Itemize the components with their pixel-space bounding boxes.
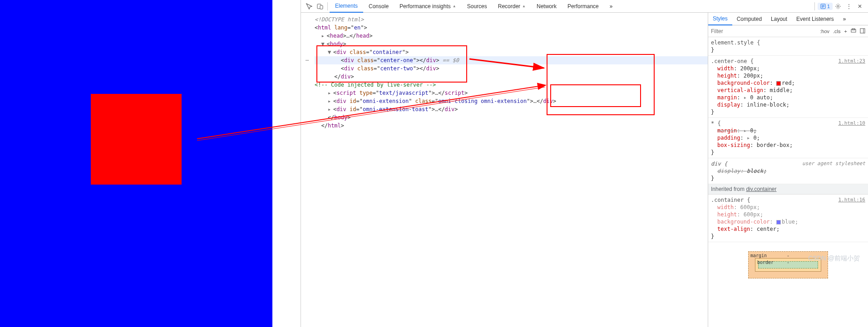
styles-filter-input[interactable] <box>711 28 816 34</box>
red-square <box>91 94 182 185</box>
page-preview <box>0 0 301 327</box>
source-link[interactable]: 1.html:23 <box>838 58 865 65</box>
inherited-header: Inherited from div.container <box>708 184 868 195</box>
tab-performance[interactable]: Performance <box>562 0 604 13</box>
rule-center-one[interactable]: 1.html:23 .center-one { width: 200px; he… <box>708 56 868 118</box>
svg-point-3 <box>837 5 839 7</box>
dom-head[interactable]: ▸<head>…</head> <box>315 32 708 40</box>
dom-center-one[interactable]: ⋯ <div class="center-one"></div> == $0 <box>315 56 708 64</box>
dom-center-two[interactable]: <div class="center-two"></div> <box>315 64 708 73</box>
cls-toggle[interactable]: .cls <box>833 29 841 34</box>
source-link[interactable]: 1.html:16 <box>838 196 865 204</box>
rule-div-ua[interactable]: user agent stylesheet div { display: blo… <box>708 158 868 184</box>
dom-container-close[interactable]: </div> <box>315 73 708 81</box>
stab-listeners[interactable]: Event Listeners <box>792 13 838 25</box>
tab-network[interactable]: Network <box>531 0 562 13</box>
blue-container <box>0 0 272 327</box>
dom-tree[interactable]: <!DOCTYPE html> <html lang="en"> ▸<head>… <box>301 13 708 327</box>
tab-sources[interactable]: Sources <box>462 0 493 13</box>
tab-more[interactable]: » <box>604 0 618 13</box>
dom-body-close[interactable]: </body> <box>315 113 708 122</box>
issues-count: 1 <box>827 4 830 9</box>
stab-more[interactable]: » <box>838 13 851 25</box>
svg-rect-1 <box>320 5 323 9</box>
tab-perf-insights[interactable]: Performance insights <box>394 0 462 13</box>
dom-doctype: <!DOCTYPE html> <box>315 15 708 24</box>
new-rule-icon[interactable]: + <box>844 29 847 34</box>
stab-layout[interactable]: Layout <box>766 13 792 25</box>
panel-layout-icon[interactable] <box>860 28 865 34</box>
stab-computed[interactable]: Computed <box>732 13 766 25</box>
tab-elements[interactable]: Elements <box>330 0 363 13</box>
gear-icon[interactable] <box>833 1 843 12</box>
tab-recorder[interactable]: Recorder <box>493 0 531 13</box>
watermark: CSDN @前端小贺 <box>808 254 860 263</box>
dom-ext2[interactable]: ▸<div id="omni-extension-toast">…</div> <box>315 105 708 113</box>
dom-comment: <!-- Code injected by live-server --> <box>315 81 708 89</box>
stab-styles[interactable]: Styles <box>708 13 732 25</box>
filter-row: :hov .cls + <box>708 25 868 37</box>
devtools: Elements Console Performance insights So… <box>301 0 868 327</box>
box-model: margin - border - <box>708 242 868 283</box>
rule-element-style[interactable]: element.style { } <box>708 37 868 56</box>
dom-ext1[interactable]: ▸<div id="omni-extension" class="omni-cl… <box>315 97 708 105</box>
source-link[interactable]: 1.html:10 <box>838 120 865 127</box>
print-icon[interactable] <box>851 28 856 34</box>
svg-rect-6 <box>860 29 865 33</box>
devtools-tabs: Elements Console Performance insights So… <box>301 0 868 13</box>
rule-container[interactable]: 1.html:16 .container { width: 600px; hei… <box>708 195 868 242</box>
dom-body-open[interactable]: ▼<body> <box>315 40 708 48</box>
device-toggle-icon[interactable] <box>315 1 326 12</box>
rule-star[interactable]: 1.html:10 * { margin: ▸ 0; padding: ▸ 0;… <box>708 118 868 158</box>
dom-html-open[interactable]: <html lang="en"> <box>315 24 708 32</box>
hov-toggle[interactable]: :hov <box>820 29 829 34</box>
issues-badge[interactable]: 1 <box>818 3 833 10</box>
rules-list[interactable]: element.style { } 1.html:23 .center-one … <box>708 37 868 327</box>
close-icon[interactable]: ✕ <box>854 1 865 12</box>
dom-container-open[interactable]: ▼<div class="container"> <box>315 48 708 56</box>
styles-tabs: Styles Computed Layout Event Listeners » <box>708 13 868 25</box>
inspect-icon[interactable] <box>304 1 315 12</box>
styles-panel: Styles Computed Layout Event Listeners »… <box>708 13 868 327</box>
dom-html-close[interactable]: </html> <box>315 122 708 130</box>
dom-script[interactable]: ▸<script type="text/javascript">…</scrip… <box>315 89 708 97</box>
tab-console[interactable]: Console <box>363 0 394 13</box>
kebab-icon[interactable]: ⋮ <box>843 1 854 12</box>
